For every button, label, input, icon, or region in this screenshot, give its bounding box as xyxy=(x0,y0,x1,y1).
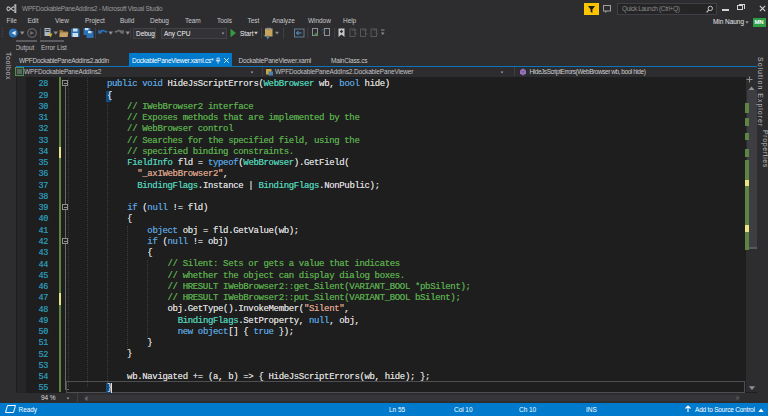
svg-text:?: ? xyxy=(322,28,326,35)
